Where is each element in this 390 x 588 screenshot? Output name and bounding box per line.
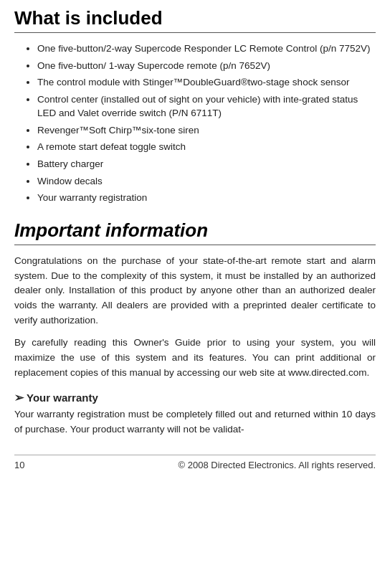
list-item: Battery charger	[37, 157, 376, 171]
warranty-title-text: Your warranty	[27, 392, 98, 404]
list-item: A remote start defeat toggle switch	[37, 140, 376, 154]
page-footer: 10 © 2008 Directed Electronics. All righ…	[14, 455, 376, 470]
list-item: The control module with Stinger™DoubleGu…	[37, 75, 376, 90]
section2-title: Important information	[14, 219, 376, 245]
list-item: Revenger™Soft Chirp™six-tone siren	[37, 123, 376, 138]
section1-title: What is included	[14, 7, 376, 33]
section-important-information: Important information Congratulations on…	[14, 219, 376, 437]
paragraph1: Congratulations on the purchase of your …	[14, 254, 376, 329]
list-item: One five-button/2-way Supercode Responde…	[37, 42, 376, 56]
copyright-text: © 2008 Directed Electronics. All rights …	[179, 460, 376, 470]
warranty-text: Your warranty registration must be compl…	[14, 407, 376, 437]
list-item: One five-button/ 1-way Supercode remote …	[37, 59, 376, 73]
page-number: 10	[14, 460, 24, 470]
section-what-is-included: What is included One five-button/2-way S…	[14, 7, 376, 205]
arrow-icon: ➢	[14, 392, 24, 404]
list-item: Window decals	[37, 174, 376, 189]
paragraph2: By carefully reading this Owner's Guide …	[14, 336, 376, 381]
list-item: Control center (installed out of sight o…	[37, 93, 376, 120]
included-items-list: One five-button/2-way Supercode Responde…	[14, 42, 376, 205]
warranty-subsection-title: ➢Your warranty	[14, 391, 376, 404]
list-item: Your warranty registration	[37, 191, 376, 205]
